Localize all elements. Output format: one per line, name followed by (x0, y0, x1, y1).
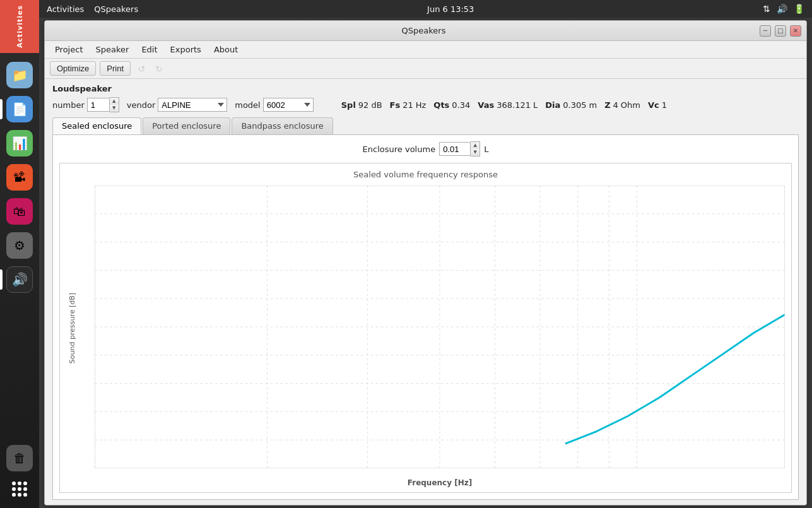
enclosure-volume-spin-down[interactable]: ▼ (471, 149, 480, 156)
redo-button[interactable]: ↻ (152, 62, 166, 76)
chart-container: Sealed volume frequency response Sound p… (59, 163, 792, 493)
taskbar-top: Activities (0, 0, 39, 53)
enclosure-volume-input-group: ▲ ▼ (439, 141, 480, 157)
taskbar-activities-label[interactable]: Activities (16, 5, 24, 48)
tab-ported[interactable]: Ported enclosure (143, 117, 230, 134)
fs-value: 21 (403, 100, 413, 110)
dia-label: Dia (545, 100, 560, 110)
model-select[interactable]: 6002 6001 6003 (263, 98, 314, 112)
svg-text:1000: 1000 (764, 466, 785, 468)
spl-value: 92 (358, 100, 369, 110)
taskbar-app-speaker[interactable]: 🔊 (0, 263, 39, 297)
taskbar-app-calc[interactable]: 📊 (0, 126, 39, 160)
model-label: model (235, 100, 260, 110)
title-bar: QSpeakers ─ □ ✕ (45, 21, 806, 41)
number-spin-btns: ▲ ▼ (110, 97, 119, 112)
content-area: Loudspeaker number ▲ ▼ vendor (45, 79, 806, 505)
loudspeaker-section-label: Loudspeaker (52, 84, 799, 93)
spl-unit: dB (371, 100, 382, 110)
window-title: QSpeakers (88, 26, 760, 35)
menu-bar: Project Speaker Edit Exports About (45, 41, 806, 59)
qts-value: 0.34 (452, 100, 470, 110)
number-input[interactable] (87, 98, 110, 112)
fs-unit: Hz (416, 100, 427, 110)
chart-title: Sealed volume frequency response (60, 170, 791, 179)
qspeakers-window: QSpeakers ─ □ ✕ Project Speaker Edit Exp… (44, 20, 807, 505)
fs-label: Fs (390, 100, 401, 110)
battery-icon: 🔋 (794, 4, 804, 14)
taskbar-app-store[interactable]: 🛍 (0, 194, 39, 228)
dia-value: 0.305 (563, 100, 586, 110)
app-name-system[interactable]: QSpeakers (94, 4, 138, 14)
svg-text:10: 10 (95, 466, 105, 468)
enclosure-volume-unit: L (484, 145, 488, 154)
taskbar: Activities 📁 📄 📊 📽 🛍 ⚙ 🔊 🗑 (0, 0, 39, 508)
toolbar: Optimize Print ↺ ↻ (45, 59, 806, 79)
enclosure-volume-spin: ▲ ▼ (471, 141, 480, 157)
system-bar: Activities QSpeakers Jun 6 13:53 ⇅ 🔊 🔋 (39, 0, 812, 18)
maximize-button[interactable]: □ (775, 25, 786, 37)
close-button[interactable]: ✕ (790, 25, 801, 37)
menu-speaker[interactable]: Speaker (90, 43, 134, 56)
z-label: Z (604, 100, 610, 110)
menu-about[interactable]: About (209, 43, 243, 56)
system-bar-clock: Jun 6 13:53 (427, 4, 474, 14)
tabs-bar: Sealed enclosure Ported enclosure Bandpa… (52, 117, 799, 134)
speaker-app-icon: 🔊 (6, 266, 33, 293)
activities-label[interactable]: Activities (47, 4, 84, 14)
enclosure-volume-input[interactable] (439, 142, 471, 156)
number-spin-down[interactable]: ▼ (110, 105, 119, 112)
spl-label: Spl (341, 100, 356, 110)
vas-group: Vas 368.121 L (478, 100, 538, 110)
menu-project[interactable]: Project (50, 43, 88, 56)
enclosure-volume-spin-up[interactable]: ▲ (471, 142, 480, 149)
taskbar-app-settings[interactable]: ⚙ (0, 228, 39, 263)
vc-value: 1 (662, 100, 667, 110)
print-button[interactable]: Print (100, 61, 131, 76)
chart-ylabel: Sound pressure [dB] (68, 290, 76, 366)
fs-group: Fs 21 Hz (390, 100, 427, 110)
taskbar-app-trash[interactable]: 🗑 (0, 441, 39, 475)
system-bar-right: ⇅ 🔊 🔋 (763, 4, 804, 14)
model-group: model 6002 6001 6003 (235, 98, 313, 112)
settings-icon: ⚙ (6, 232, 33, 259)
minimize-button[interactable]: ─ (760, 25, 771, 37)
chart-svg: 10 0 -10 -20 -30 -40 10 100 1000 (95, 186, 785, 468)
tab-panel-sealed: Enclosure volume ▲ ▼ L Sealed volume fre… (52, 134, 799, 500)
network-icon: ⇅ (763, 4, 770, 14)
taskbar-app-impress[interactable]: 📽 (0, 160, 39, 194)
window-controls: ─ □ ✕ (760, 25, 801, 37)
params-row: number ▲ ▼ vendor ALPINE JBL Focal (52, 97, 799, 112)
qts-label: Qts (433, 100, 449, 110)
enclosure-volume-label: Enclosure volume (363, 145, 436, 154)
dia-unit: m (589, 100, 597, 110)
spl-group: Spl 92 dB (341, 100, 382, 110)
vendor-select[interactable]: ALPINE JBL Focal (158, 98, 227, 112)
menu-edit[interactable]: Edit (136, 43, 162, 56)
tab-bandpass[interactable]: Bandpass enclosure (232, 117, 332, 134)
svg-rect-28 (95, 186, 785, 468)
tab-sealed[interactable]: Sealed enclosure (52, 117, 141, 134)
writer-icon: 📄 (6, 96, 33, 122)
chart-xlabel: Frequency [Hz] (95, 478, 785, 487)
menu-exports[interactable]: Exports (165, 43, 206, 56)
z-value: 4 (613, 100, 618, 110)
vas-unit: L (533, 100, 538, 110)
qts-group: Qts 0.34 (433, 100, 470, 110)
taskbar-app-file-manager[interactable]: 📁 (0, 58, 39, 92)
vc-label: Vc (648, 100, 659, 110)
number-spin-up[interactable]: ▲ (110, 98, 119, 105)
volume-icon: 🔊 (777, 4, 787, 14)
number-group: number ▲ ▼ (52, 97, 119, 112)
vendor-group: vendor ALPINE JBL Focal (127, 98, 227, 112)
trash-icon: 🗑 (6, 445, 33, 471)
vc-group: Vc 1 (648, 100, 667, 110)
taskbar-grid-button[interactable] (12, 475, 27, 503)
undo-button[interactable]: ↺ (134, 62, 148, 76)
taskbar-app-writer[interactable]: 📄 (0, 92, 39, 126)
optimize-button[interactable]: Optimize (50, 61, 96, 76)
vas-label: Vas (478, 100, 494, 110)
number-input-group: ▲ ▼ (87, 97, 119, 112)
vendor-label: vendor (127, 100, 155, 110)
dia-group: Dia 0.305 m (545, 100, 597, 110)
